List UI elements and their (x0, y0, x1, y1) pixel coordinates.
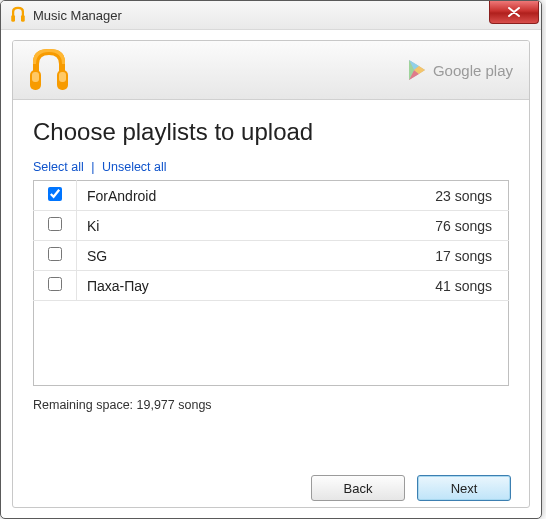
checkbox-cell (34, 181, 77, 211)
next-button[interactable]: Next (417, 475, 511, 501)
playlist-name: SG (77, 241, 383, 271)
table-filler (34, 301, 509, 386)
close-button[interactable] (489, 1, 539, 24)
svg-rect-5 (59, 72, 66, 82)
table-row[interactable]: ForAndroid23 songs (34, 181, 509, 211)
window-title: Music Manager (33, 8, 489, 23)
google-play-label: Google play (433, 62, 513, 79)
content: Choose playlists to upload Select all | … (13, 100, 529, 461)
checkbox-cell (34, 241, 77, 271)
titlebar: Music Manager (1, 1, 541, 30)
unselect-all-link[interactable]: Unselect all (102, 160, 167, 174)
playlist-checkbox[interactable] (48, 247, 62, 261)
playlist-name: Паха-Пау (77, 271, 383, 301)
table-row[interactable]: Ki76 songs (34, 211, 509, 241)
play-icon (407, 59, 427, 81)
table-row[interactable]: Паха-Пау41 songs (34, 271, 509, 301)
main-panel: Google play Choose playlists to upload S… (12, 40, 530, 508)
playlist-name: ForAndroid (77, 181, 383, 211)
playlist-count: 76 songs (382, 211, 509, 241)
playlist-checkbox[interactable] (48, 277, 62, 291)
playlist-count: 23 songs (382, 181, 509, 211)
page-title: Choose playlists to upload (33, 118, 509, 146)
playlist-count: 41 songs (382, 271, 509, 301)
app-icon (9, 6, 27, 24)
close-icon (508, 7, 520, 17)
selection-links: Select all | Unselect all (33, 160, 509, 174)
playlist-checkbox[interactable] (48, 187, 62, 201)
select-all-link[interactable]: Select all (33, 160, 84, 174)
playlist-table: ForAndroid23 songsKi76 songsSG17 songsПа… (33, 180, 509, 386)
svg-rect-0 (11, 15, 15, 22)
headphones-icon (23, 46, 75, 97)
footer: Back Next (13, 461, 529, 507)
window: Music Manager (0, 0, 542, 519)
playlist-checkbox[interactable] (48, 217, 62, 231)
svg-rect-1 (21, 15, 25, 22)
table-row[interactable]: SG17 songs (34, 241, 509, 271)
playlist-name: Ki (77, 211, 383, 241)
checkbox-cell (34, 271, 77, 301)
playlist-count: 17 songs (382, 241, 509, 271)
checkbox-cell (34, 211, 77, 241)
svg-rect-4 (32, 72, 39, 82)
separator: | (91, 160, 94, 174)
banner: Google play (13, 41, 529, 100)
client-area: Google play Choose playlists to upload S… (1, 30, 541, 519)
remaining-space: Remaining space: 19,977 songs (33, 398, 509, 412)
back-button[interactable]: Back (311, 475, 405, 501)
google-play-brand: Google play (407, 59, 513, 81)
